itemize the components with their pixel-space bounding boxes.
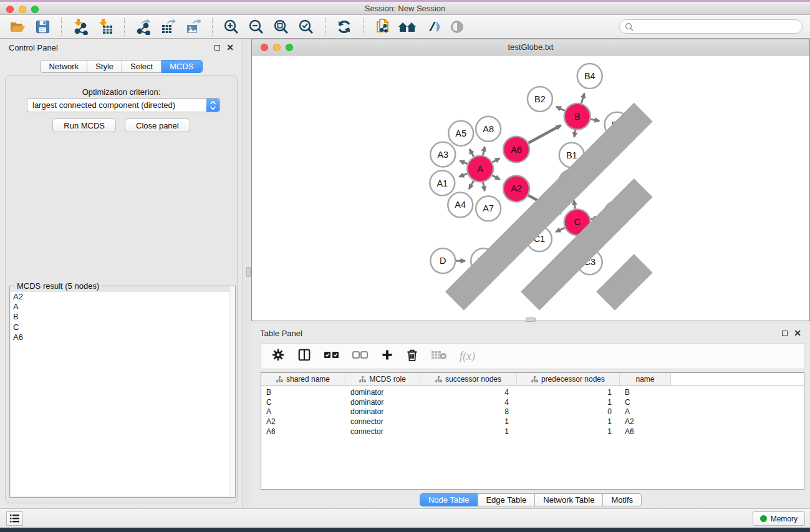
zoom-fit-button[interactable]: [271, 17, 291, 36]
run-mcds-button[interactable]: Run MCDS: [52, 118, 116, 132]
table-body: Bdominator41BCdominator41CAdominator80AA…: [261, 386, 804, 437]
hide-labels-icon: [424, 19, 440, 34]
table-cell: 0: [517, 407, 620, 416]
close-table-panel-icon[interactable]: ✕: [794, 331, 801, 336]
function-builder-button[interactable]: f(x): [460, 350, 475, 363]
table-cell: dominator: [345, 407, 420, 416]
close-panel-button[interactable]: Close panel: [125, 118, 190, 132]
task-history-button[interactable]: [6, 511, 23, 526]
column-header-MCDS-role[interactable]: MCDS role: [345, 373, 420, 385]
mcds-result-item[interactable]: A: [11, 302, 234, 312]
table-mode-button[interactable]: [271, 348, 285, 364]
tab-select[interactable]: Select: [122, 60, 162, 73]
table-toolbar: f(x): [261, 343, 804, 369]
column-header-name[interactable]: name: [620, 373, 671, 385]
table-cell: B: [261, 388, 345, 397]
mcds-tab-content: Optimization criterion: largest connecte…: [5, 75, 238, 503]
mcds-result-item[interactable]: A2: [11, 292, 234, 302]
show-graphics-details-button[interactable]: [447, 17, 467, 36]
export-network-button[interactable]: [133, 17, 153, 36]
column-header-predecessor-nodes[interactable]: predecessor nodes: [517, 373, 620, 385]
result-scrollbar[interactable]: [229, 286, 235, 497]
select-all-button[interactable]: [324, 351, 340, 362]
tab-node-table[interactable]: Node Table: [420, 493, 478, 506]
network-view-window: testGlobe.txt B4B2BB3A5A8A6B1A3AA1C2A2A4…: [251, 39, 810, 321]
tab-motifs[interactable]: Motifs: [603, 493, 642, 506]
table-row[interactable]: Adominator80A: [261, 407, 804, 417]
tab-network[interactable]: Network: [40, 60, 87, 73]
delete-table-icon: [431, 350, 447, 360]
apply-preferred-layout-button[interactable]: [334, 17, 354, 36]
table-cell: A6: [620, 427, 671, 436]
import-table-button[interactable]: [95, 17, 115, 36]
toolbar-separator: [212, 18, 213, 36]
delete-table-button[interactable]: [431, 350, 447, 362]
app-titlebar: Session: New Session: [0, 0, 810, 15]
open-session-button[interactable]: [7, 17, 27, 36]
tab-edge-table[interactable]: Edge Table: [478, 493, 535, 506]
column-type-icon: [276, 376, 283, 383]
mcds-result-list[interactable]: A2ABCA6: [11, 292, 234, 496]
save-session-button[interactable]: [32, 17, 52, 36]
table-row[interactable]: Cdominator41C: [261, 397, 804, 407]
mcds-result-item[interactable]: A6: [11, 332, 234, 342]
table-panel-title: Table Panel: [260, 329, 302, 338]
gear-icon: [271, 348, 285, 362]
hide-labels-button[interactable]: [422, 17, 442, 36]
table-cell: 1: [517, 398, 620, 407]
show-columns-button[interactable]: [297, 348, 311, 364]
table-cell: C: [261, 398, 345, 407]
toolbar-separator: [124, 18, 125, 36]
table-panel-tabs: Node TableEdge TableNetwork TableMotifs: [251, 493, 810, 506]
mcds-result-item[interactable]: B: [11, 312, 234, 322]
show-all-networks-button[interactable]: [397, 17, 417, 36]
panel-divider-grip-horizontal[interactable]: [526, 317, 536, 322]
zoom-fit-icon: [273, 19, 289, 35]
export-table-button[interactable]: [158, 17, 178, 36]
criterion-value: largest connected component (directed): [27, 99, 219, 112]
memory-button[interactable]: Memory: [753, 511, 805, 526]
clone-network-button[interactable]: [372, 17, 392, 36]
search-field[interactable]: [619, 19, 803, 34]
column-header-successor-nodes[interactable]: successor nodes: [420, 373, 517, 385]
dropdown-stepper-icon: [206, 99, 219, 112]
control-panel: Control Panel ✕ NetworkStyleSelectMCDS O…: [0, 39, 243, 508]
table-cell: A: [261, 407, 345, 416]
node-table: shared nameMCDS rolesuccessor nodesprede…: [261, 372, 804, 490]
resize-grip-icon[interactable]: [251, 56, 809, 320]
tab-mcds[interactable]: MCDS: [162, 60, 202, 73]
close-panel-icon[interactable]: ✕: [226, 45, 234, 51]
table-panel: Table Panel ✕: [251, 324, 810, 508]
zoom-out-button[interactable]: [246, 17, 266, 36]
column-header-shared-name[interactable]: shared name: [261, 373, 345, 385]
import-table-icon: [98, 19, 113, 35]
table-row[interactable]: Bdominator41B: [261, 387, 804, 397]
delete-columns-button[interactable]: [406, 348, 418, 364]
network-window-titlebar[interactable]: testGlobe.txt: [252, 39, 809, 56]
save-icon: [36, 20, 50, 34]
network-canvas[interactable]: B4B2BB3A5A8A6B1A3AA1C2A2A4A7C4CC1C3DD1: [252, 56, 809, 321]
table-row[interactable]: A2connector11A2: [261, 417, 804, 427]
table-header-row[interactable]: shared nameMCDS rolesuccessor nodesprede…: [261, 373, 804, 386]
deselect-all-button[interactable]: [352, 351, 369, 362]
zoom-in-button[interactable]: [221, 17, 241, 36]
export-network-icon: [135, 19, 152, 35]
control-panel-title: Control Panel: [9, 43, 58, 52]
panel-divider-grip-vertical[interactable]: [246, 267, 251, 277]
tab-style[interactable]: Style: [87, 60, 122, 73]
float-panel-icon[interactable]: [215, 45, 220, 51]
tab-network-table[interactable]: Network Table: [535, 493, 603, 506]
list-icon: [10, 515, 19, 523]
create-column-button[interactable]: [381, 349, 393, 364]
import-network-button[interactable]: [70, 17, 90, 36]
table-row[interactable]: A6connector11A6: [261, 427, 804, 437]
search-input[interactable]: [637, 21, 802, 32]
select-all-icon: [324, 351, 340, 359]
import-network-icon: [73, 19, 89, 35]
table-cell: 4: [420, 398, 517, 407]
zoom-selected-button[interactable]: [296, 17, 316, 36]
float-table-panel-icon[interactable]: [782, 331, 788, 336]
criterion-dropdown[interactable]: largest connected component (directed): [27, 98, 220, 112]
mcds-result-item[interactable]: C: [11, 322, 234, 332]
export-image-button[interactable]: [183, 17, 203, 36]
